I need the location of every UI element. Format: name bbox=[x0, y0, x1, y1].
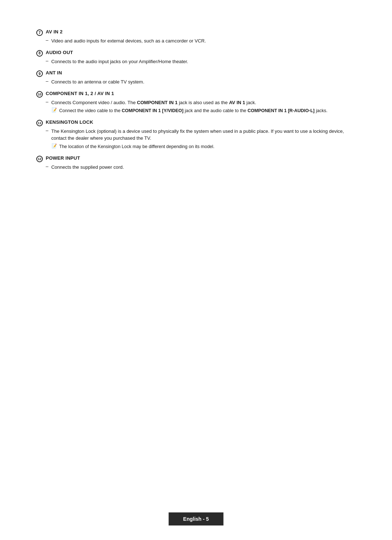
section-8-number: 8 bbox=[36, 50, 43, 57]
page-content: 7 AV IN 2 – Video and audio inputs for e… bbox=[0, 0, 392, 212]
section-9-body: – Connects to an antenna or cable TV sys… bbox=[46, 78, 356, 86]
section-11-title: KENSINGTON LOCK bbox=[46, 119, 93, 125]
section-8-title: AUDIO OUT bbox=[46, 50, 73, 55]
section-12-header: 12 POWER INPUT bbox=[36, 155, 356, 162]
section-9-bullet-1: – Connects to an antenna or cable TV sys… bbox=[46, 78, 356, 86]
section-12-bullet-1: – Connects the supplied power cord. bbox=[46, 164, 356, 171]
section-8-bullet-text: Connects to the audio input jacks on you… bbox=[51, 58, 188, 65]
section-10-title: COMPONENT IN 1, 2 / AV IN 1 bbox=[46, 91, 114, 96]
section-7-title: AV IN 2 bbox=[46, 29, 62, 34]
note-icon: 📝 bbox=[52, 107, 57, 112]
section-7-bullet-text: Video and audio inputs for external devi… bbox=[51, 37, 206, 45]
section-12-title: POWER INPUT bbox=[46, 155, 80, 161]
section-9-title: ANT IN bbox=[46, 70, 62, 75]
section-10-number: 10 bbox=[36, 91, 43, 98]
section-11-number: 11 bbox=[36, 120, 43, 126]
section-7-bullet-1: – Video and audio inputs for external de… bbox=[46, 37, 356, 45]
section-7: 7 AV IN 2 – Video and audio inputs for e… bbox=[36, 29, 356, 45]
section-9: 9 ANT IN – Connects to an antenna or cab… bbox=[36, 70, 356, 86]
dash-icon: – bbox=[46, 37, 48, 43]
dash-icon: – bbox=[46, 164, 48, 169]
section-8: 8 AUDIO OUT – Connects to the audio inpu… bbox=[36, 50, 356, 65]
section-11-note-text: The location of the Kensington Lock may … bbox=[59, 143, 215, 150]
section-10-note-text: Connect the video cable to the COMPONENT… bbox=[59, 107, 327, 114]
section-12-body: – Connects the supplied power cord. bbox=[46, 164, 356, 171]
section-11-bullet-1: – The Kensington Lock (optional) is a de… bbox=[46, 128, 356, 142]
section-7-number: 7 bbox=[36, 29, 43, 36]
section-10-bullet-text: Connects Component video / audio. The CO… bbox=[51, 99, 256, 106]
page-footer: English - 5 bbox=[169, 512, 224, 525]
dash-icon: – bbox=[46, 58, 48, 64]
section-10-note-1: 📝 Connect the video cable to the COMPONE… bbox=[52, 107, 356, 114]
section-11-body: – The Kensington Lock (optional) is a de… bbox=[46, 128, 356, 150]
section-11-bullet-text: The Kensington Lock (optional) is a devi… bbox=[51, 128, 356, 142]
section-12-number: 12 bbox=[36, 156, 43, 162]
section-10: 10 COMPONENT IN 1, 2 / AV IN 1 – Connect… bbox=[36, 91, 356, 114]
section-7-body: – Video and audio inputs for external de… bbox=[46, 37, 356, 45]
section-11-note-1: 📝 The location of the Kensington Lock ma… bbox=[52, 143, 356, 150]
section-9-number: 9 bbox=[36, 70, 43, 77]
section-8-header: 8 AUDIO OUT bbox=[36, 50, 356, 57]
dash-icon: – bbox=[46, 78, 48, 84]
section-11-header: 11 KENSINGTON LOCK bbox=[36, 119, 356, 126]
section-12: 12 POWER INPUT – Connects the supplied p… bbox=[36, 155, 356, 171]
section-8-bullet-1: – Connects to the audio input jacks on y… bbox=[46, 58, 356, 65]
section-11: 11 KENSINGTON LOCK – The Kensington Lock… bbox=[36, 119, 356, 150]
section-9-bullet-text: Connects to an antenna or cable TV syste… bbox=[51, 78, 144, 86]
section-8-body: – Connects to the audio input jacks on y… bbox=[46, 58, 356, 65]
section-10-body: – Connects Component video / audio. The … bbox=[46, 99, 356, 114]
dash-icon: – bbox=[46, 99, 48, 105]
section-10-bullet-1: – Connects Component video / audio. The … bbox=[46, 99, 356, 106]
footer-label: English - 5 bbox=[183, 516, 209, 522]
note-icon: 📝 bbox=[52, 143, 57, 148]
section-10-header: 10 COMPONENT IN 1, 2 / AV IN 1 bbox=[36, 91, 356, 98]
section-9-header: 9 ANT IN bbox=[36, 70, 356, 77]
section-12-bullet-text: Connects the supplied power cord. bbox=[51, 164, 124, 171]
dash-icon: – bbox=[46, 128, 48, 133]
section-7-header: 7 AV IN 2 bbox=[36, 29, 356, 36]
